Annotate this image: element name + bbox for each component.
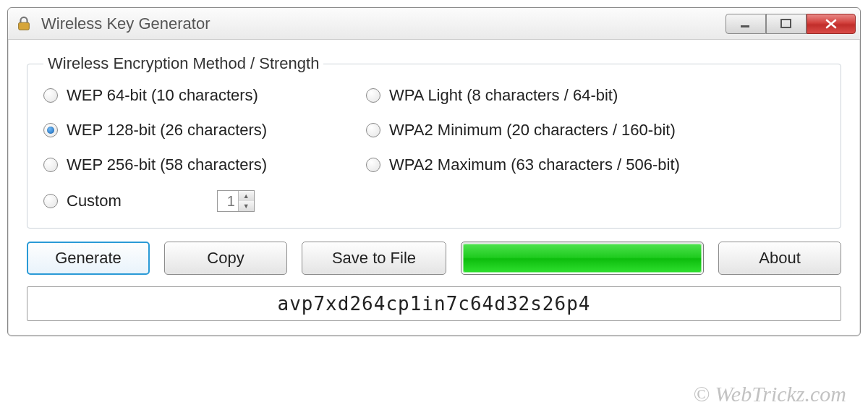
client-area: Wireless Encryption Method / Strength WE… [8, 40, 860, 336]
radio-label: WEP 256-bit (58 characters) [67, 155, 267, 174]
copy-button[interactable]: Copy [164, 242, 287, 275]
maximize-button[interactable] [766, 14, 807, 34]
radio-icon [43, 88, 58, 103]
save-to-file-button[interactable]: Save to File [302, 242, 446, 275]
radio-label: WEP 64-bit (10 characters) [67, 86, 258, 105]
radio-custom-row: Custom 1 ▲ ▼ [43, 190, 354, 212]
progress-fill [463, 244, 702, 273]
custom-length-stepper[interactable]: 1 ▲ ▼ [217, 190, 255, 212]
group-legend: Wireless Encryption Method / Strength [43, 54, 323, 73]
radio-icon [43, 158, 58, 172]
radio-wpa2-minimum[interactable]: WPA2 Minimum (20 characters / 160-bit) [366, 121, 825, 140]
radio-label: WPA2 Maximum (63 characters / 506-bit) [389, 155, 680, 174]
radio-wep-256[interactable]: WEP 256-bit (58 characters) [43, 155, 354, 174]
radio-icon [366, 123, 380, 137]
radio-custom[interactable]: Custom [43, 192, 122, 210]
radio-icon [366, 88, 380, 103]
radio-label: WPA2 Minimum (20 characters / 160-bit) [389, 121, 676, 140]
watermark-text: © WebTrickz.com [693, 382, 846, 406]
radio-wep-64[interactable]: WEP 64-bit (10 characters) [43, 86, 354, 105]
progress-bar [461, 242, 704, 275]
generated-key-output[interactable]: avp7xd264cp1in7c64d32s26p4 [27, 286, 841, 321]
svg-rect-0 [19, 22, 30, 30]
radio-icon [43, 123, 58, 137]
svg-rect-1 [741, 25, 749, 27]
close-button[interactable] [807, 14, 856, 34]
radio-icon [366, 158, 380, 172]
radio-wep-128[interactable]: WEP 128-bit (26 characters) [43, 121, 354, 140]
radio-label: WPA Light (8 characters / 64-bit) [389, 86, 618, 105]
radio-grid: WEP 64-bit (10 characters) WPA Light (8 … [43, 86, 825, 212]
chevron-down-icon[interactable]: ▼ [239, 201, 254, 211]
radio-icon [43, 194, 58, 208]
chevron-up-icon[interactable]: ▲ [239, 191, 254, 201]
window-controls [726, 14, 856, 34]
radio-label: WEP 128-bit (26 characters) [67, 121, 267, 140]
radio-wpa-light[interactable]: WPA Light (8 characters / 64-bit) [366, 86, 825, 105]
generate-button[interactable]: Generate [27, 242, 150, 275]
stepper-arrows: ▲ ▼ [238, 191, 254, 211]
radio-wpa2-maximum[interactable]: WPA2 Maximum (63 characters / 506-bit) [366, 155, 825, 174]
svg-rect-2 [781, 20, 791, 27]
action-button-row: Generate Copy Save to File About [27, 242, 841, 275]
lock-icon [15, 15, 33, 33]
minimize-button[interactable] [726, 14, 766, 34]
radio-label: Custom [67, 192, 122, 210]
encryption-method-group: Wireless Encryption Method / Strength WE… [27, 54, 841, 229]
custom-length-value: 1 [218, 193, 238, 210]
app-window: Wireless Key Generator Wireless Encrypti… [7, 7, 861, 336]
titlebar: Wireless Key Generator [8, 8, 860, 40]
window-title: Wireless Key Generator [41, 14, 717, 33]
about-button[interactable]: About [718, 242, 841, 275]
